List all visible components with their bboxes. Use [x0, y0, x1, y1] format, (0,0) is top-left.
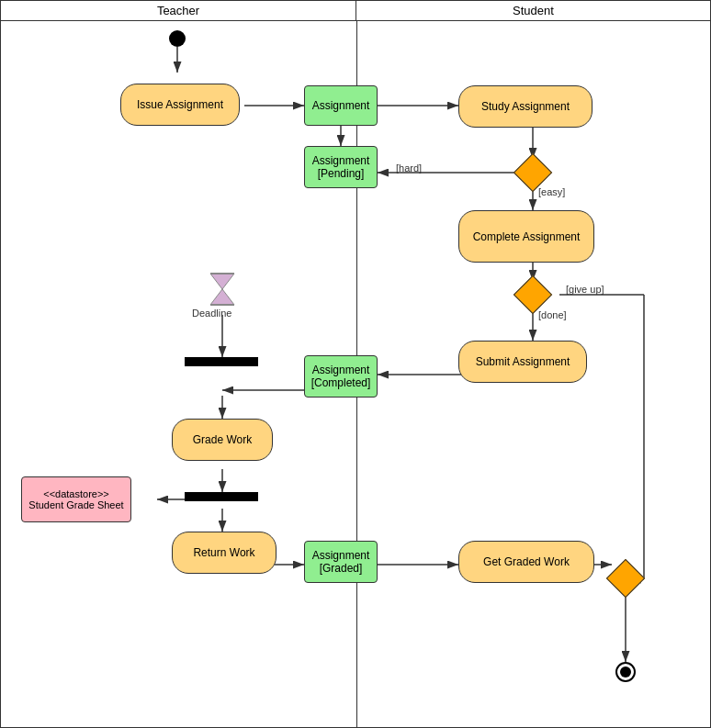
- assignment-graded-node: Assignment [Graded]: [304, 541, 378, 583]
- student-grade-sheet-node: <<datastore>> Student Grade Sheet: [21, 476, 131, 522]
- svg-marker-25: [210, 289, 234, 305]
- give-up-label: [give up]: [566, 284, 604, 295]
- assignment-completed-node: Assignment [Completed]: [304, 355, 378, 398]
- assignment-pending-label: Assignment [Pending]: [312, 154, 370, 180]
- issue-assignment-node: Issue Assignment: [120, 84, 240, 126]
- get-graded-work-node: Get Graded Work: [458, 541, 594, 583]
- initial-node: [169, 30, 186, 47]
- assignment-label: Assignment: [312, 99, 370, 112]
- teacher-lane-title: Teacher: [1, 1, 356, 20]
- submit-assignment-node: Submit Assignment: [458, 341, 587, 383]
- grade-work-label: Grade Work: [193, 433, 252, 446]
- fork-bar-2: [185, 492, 258, 501]
- diagram-container: Teacher Student: [0, 0, 711, 728]
- easy-label: [easy]: [538, 186, 565, 197]
- student-label: Student: [513, 4, 554, 17]
- deadline-timer: [209, 272, 236, 309]
- study-assignment-node: Study Assignment: [458, 85, 592, 128]
- swimlane-header: Teacher Student: [1, 1, 710, 21]
- return-work-node: Return Work: [172, 532, 276, 574]
- student-lane-title: Student: [356, 1, 710, 20]
- assignment-completed-label: Assignment [Completed]: [311, 364, 371, 389]
- assignment-graded-label: Assignment [Graded]: [312, 549, 370, 575]
- student-grade-sheet-label: <<datastore>> Student Grade Sheet: [28, 488, 123, 510]
- hard-label: [hard]: [396, 162, 422, 174]
- submit-assignment-label: Submit Assignment: [476, 355, 570, 368]
- done-label: [done]: [538, 309, 567, 320]
- study-assignment-label: Study Assignment: [481, 100, 570, 113]
- complete-assignment-node: Complete Assignment: [458, 210, 594, 263]
- teacher-label: Teacher: [157, 4, 199, 17]
- get-graded-work-label: Get Graded Work: [483, 555, 570, 568]
- return-work-label: Return Work: [193, 546, 254, 559]
- svg-marker-24: [210, 274, 234, 289]
- assignment-node: Assignment: [304, 85, 378, 126]
- deadline-text-label: Deadline: [192, 308, 231, 319]
- complete-assignment-label: Complete Assignment: [473, 230, 581, 243]
- final-node: [615, 662, 636, 682]
- final-node-inner: [620, 666, 631, 678]
- fork-bar-1: [185, 357, 258, 366]
- assignment-pending-node: Assignment [Pending]: [304, 146, 378, 188]
- grade-work-node: Grade Work: [172, 419, 273, 461]
- issue-assignment-label: Issue Assignment: [137, 98, 223, 111]
